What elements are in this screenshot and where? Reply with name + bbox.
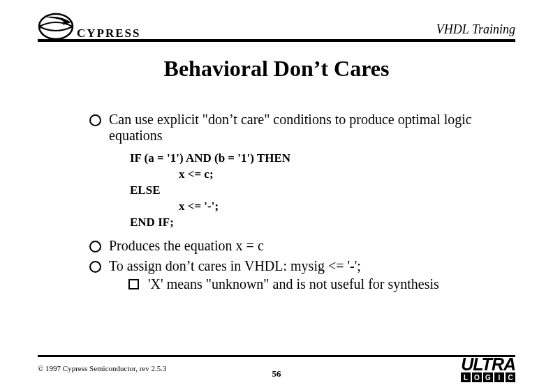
cypress-globe-icon	[38, 13, 74, 40]
bullet-3: To assign don’t cares in VHDL: mysig <= …	[89, 258, 511, 292]
ultra-letter-row: L O G I C	[461, 372, 515, 382]
code-line: END IF;	[130, 215, 511, 231]
header-divider	[38, 39, 515, 42]
code-block: IF (a = '1') AND (b = '1') THEN x <= c; …	[130, 151, 511, 231]
brand-name: CYPRESS	[77, 27, 140, 40]
content-area: Can use explicit "don’t care" conditions…	[89, 112, 511, 296]
ultra-word: ULTRA	[461, 356, 515, 372]
slide-title: Behavioral Don’t Cares	[0, 56, 553, 82]
code-line: IF (a = '1') AND (b = '1') THEN	[130, 151, 511, 167]
bullet-3-sub: 'X' means "unknown" and is not useful fo…	[128, 276, 511, 292]
code-line: x <= c;	[130, 167, 511, 183]
bullet-3-text: To assign don’t cares in VHDL: mysig <= …	[109, 258, 361, 273]
code-line: x <= '-';	[130, 199, 511, 215]
ultra-letter: I	[494, 372, 504, 382]
course-title: VHDL Training	[436, 22, 515, 37]
bullet-2: Produces the equation x = c	[89, 238, 511, 254]
ultra-letter: O	[472, 372, 482, 382]
slide-page: CYPRESS VHDL Training Behavioral Don’t C…	[0, 0, 553, 392]
ultra-logic-logo: ULTRA L O G I C	[461, 356, 515, 383]
ultra-letter: G	[483, 372, 493, 382]
footer-divider	[38, 355, 515, 357]
ultra-letter: C	[506, 372, 515, 382]
code-line: ELSE	[130, 183, 511, 199]
bullet-1: Can use explicit "don’t care" conditions…	[89, 112, 511, 144]
ultra-letter: L	[461, 372, 471, 382]
